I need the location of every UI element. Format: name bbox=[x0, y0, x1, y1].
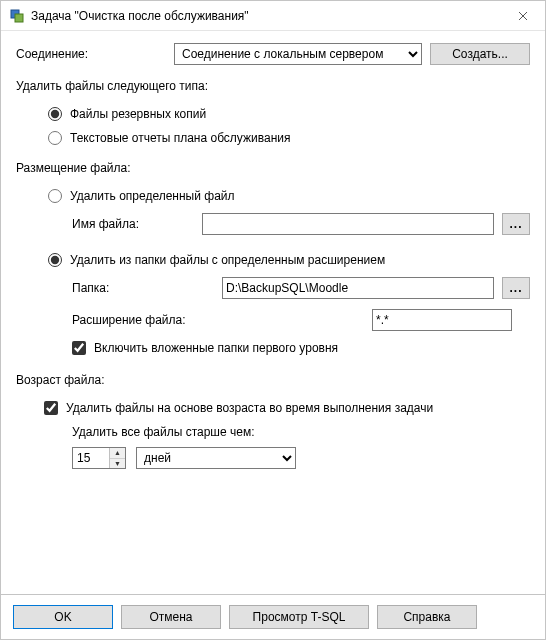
radio-folder[interactable]: Удалить из папки файлы с определенным ра… bbox=[16, 253, 530, 267]
ok-button[interactable]: OK bbox=[13, 605, 113, 629]
age-section-title: Возраст файла: bbox=[16, 373, 530, 387]
extension-label: Расширение файла: bbox=[72, 313, 372, 327]
browse-folder-button[interactable]: ... bbox=[502, 277, 530, 299]
browse-file-button[interactable]: ... bbox=[502, 213, 530, 235]
radio-folder-input[interactable] bbox=[48, 253, 62, 267]
radio-backup-label: Файлы резервных копий bbox=[70, 107, 206, 121]
connection-select[interactable]: Соединение с локальным сервером bbox=[174, 43, 422, 65]
older-than-label: Удалить все файлы старше чем: bbox=[16, 425, 530, 439]
radio-single-label: Удалить определенный файл bbox=[70, 189, 235, 203]
radio-single-input[interactable] bbox=[48, 189, 62, 203]
filename-row: Имя файла: ... bbox=[16, 213, 530, 235]
radio-reports[interactable]: Текстовые отчеты плана обслуживания bbox=[16, 131, 530, 145]
view-tsql-button[interactable]: Просмотр T-SQL bbox=[229, 605, 369, 629]
age-value-spinner[interactable]: ▲ ▼ bbox=[72, 447, 126, 469]
app-icon bbox=[9, 8, 25, 24]
delete-by-age-checkbox[interactable] bbox=[44, 401, 58, 415]
dialog-footer: OK Отмена Просмотр T-SQL Справка bbox=[1, 594, 545, 639]
radio-reports-input[interactable] bbox=[48, 131, 62, 145]
connection-row: Соединение: Соединение с локальным серве… bbox=[16, 43, 530, 65]
radio-backup-files[interactable]: Файлы резервных копий bbox=[16, 107, 530, 121]
location-section-title: Размещение файла: bbox=[16, 161, 530, 175]
include-subfolders-row[interactable]: Включить вложенные папки первого уровня bbox=[16, 341, 530, 355]
age-controls: ▲ ▼ дней bbox=[16, 447, 530, 469]
filename-label: Имя файла: bbox=[72, 217, 202, 231]
svg-rect-1 bbox=[15, 14, 23, 22]
delete-by-age-label: Удалить файлы на основе возраста во врем… bbox=[66, 401, 433, 415]
dialog-window: Задача "Очистка после обслуживания" Соед… bbox=[0, 0, 546, 640]
radio-folder-label: Удалить из папки файлы с определенным ра… bbox=[70, 253, 385, 267]
radio-reports-label: Текстовые отчеты плана обслуживания bbox=[70, 131, 290, 145]
delete-by-age-row[interactable]: Удалить файлы на основе возраста во врем… bbox=[16, 401, 530, 415]
window-title: Задача "Очистка после обслуживания" bbox=[31, 9, 500, 23]
folder-label: Папка: bbox=[72, 281, 222, 295]
age-value-input[interactable] bbox=[73, 448, 109, 468]
titlebar: Задача "Очистка после обслуживания" bbox=[1, 1, 545, 31]
extension-row: Расширение файла: bbox=[16, 309, 530, 331]
folder-input[interactable] bbox=[222, 277, 494, 299]
filename-input bbox=[202, 213, 494, 235]
connection-label: Соединение: bbox=[16, 47, 174, 61]
spinner-down[interactable]: ▼ bbox=[110, 459, 125, 469]
help-button[interactable]: Справка bbox=[377, 605, 477, 629]
file-type-section-title: Удалить файлы следующего типа: bbox=[16, 79, 530, 93]
create-connection-button[interactable]: Создать... bbox=[430, 43, 530, 65]
dialog-body: Соединение: Соединение с локальным серве… bbox=[1, 31, 545, 594]
include-subfolders-label: Включить вложенные папки первого уровня bbox=[94, 341, 338, 355]
folder-row: Папка: ... bbox=[16, 277, 530, 299]
age-unit-select[interactable]: дней bbox=[136, 447, 296, 469]
spinner-up[interactable]: ▲ bbox=[110, 448, 125, 459]
radio-backup-input[interactable] bbox=[48, 107, 62, 121]
cancel-button[interactable]: Отмена bbox=[121, 605, 221, 629]
include-subfolders-checkbox[interactable] bbox=[72, 341, 86, 355]
radio-single-file[interactable]: Удалить определенный файл bbox=[16, 189, 530, 203]
close-button[interactable] bbox=[500, 1, 545, 31]
extension-input[interactable] bbox=[372, 309, 512, 331]
